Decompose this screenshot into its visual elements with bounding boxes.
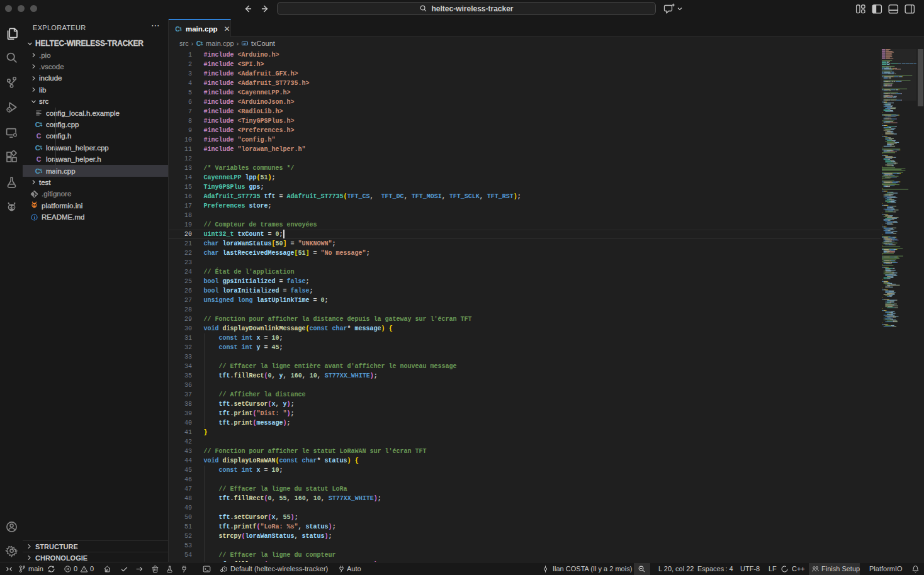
svg-text:C: C — [37, 132, 42, 140]
svg-text:C: C — [35, 144, 40, 152]
svg-text:C: C — [196, 40, 201, 47]
svg-text:C: C — [35, 167, 40, 175]
svg-text:C: C — [37, 155, 42, 163]
svg-text:C: C — [175, 25, 180, 33]
svg-text:C: C — [35, 121, 40, 128]
